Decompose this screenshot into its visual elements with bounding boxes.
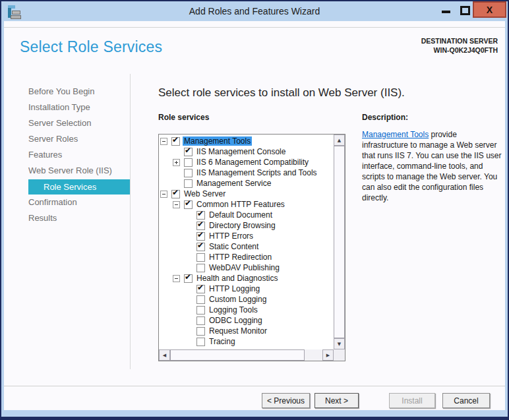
check-icon: ✔ xyxy=(197,231,204,239)
sidebar-item-role-services[interactable]: Role Services xyxy=(28,179,130,195)
tree-row-http-redirection: HTTP Redirection xyxy=(159,252,334,262)
arrow-down-icon: ▼ xyxy=(338,342,341,347)
close-button[interactable]: X xyxy=(473,1,506,18)
tree-row-iis-management-scripts-and-tools: IIS Management Scripts and Tools xyxy=(159,167,334,178)
sidebar-item-web-server-role-iis[interactable]: Web Server Role (IIS) xyxy=(28,163,130,179)
checkbox-custom-logging[interactable] xyxy=(196,295,205,304)
install-button[interactable]: Install xyxy=(389,393,435,408)
close-icon: X xyxy=(487,5,493,15)
sidebar-item-confirmation[interactable]: Confirmation xyxy=(28,195,130,210)
checkbox-http-logging[interactable]: ✔ xyxy=(196,285,205,293)
tree-label-default-document[interactable]: Default Document xyxy=(208,210,274,220)
collapse-minus-icon[interactable] xyxy=(173,201,180,208)
checkbox-odbc-logging[interactable] xyxy=(196,316,205,325)
checkbox-webdav-publishing[interactable] xyxy=(196,264,205,272)
tree-label-logging-tools[interactable]: Logging Tools xyxy=(208,305,259,315)
cancel-button[interactable]: Cancel xyxy=(442,393,490,408)
collapse-minus-icon[interactable] xyxy=(160,138,167,145)
checkbox-iis-management-scripts-and-tools[interactable] xyxy=(184,169,193,177)
tree-label-http-redirection[interactable]: HTTP Redirection xyxy=(208,253,273,262)
expander-slot xyxy=(173,201,184,208)
horizontal-scrollbar[interactable]: ◀ ▶ xyxy=(159,349,334,361)
destination-server-block: DESTINATION SERVER WIN-Q0K2J4Q0FTH xyxy=(421,36,498,55)
checkbox-directory-browsing[interactable]: ✔ xyxy=(196,222,205,230)
tree-label-management-tools[interactable]: Management Tools xyxy=(183,136,252,146)
tree-label-static-content[interactable]: Static Content xyxy=(208,242,260,251)
checkbox-management-tools[interactable]: ✔ xyxy=(171,137,180,146)
tree-label-health-and-diagnostics[interactable]: Health and Diagnostics xyxy=(195,274,279,283)
tree-label-custom-logging[interactable]: Custom Logging xyxy=(208,295,268,304)
tree-row-logging-tools: Logging Tools xyxy=(159,305,334,315)
checkbox-management-service[interactable] xyxy=(184,179,193,188)
checkbox-default-document[interactable]: ✔ xyxy=(196,211,205,220)
tree-label-web-server[interactable]: Web Server xyxy=(183,189,227,198)
checkbox-http-errors[interactable]: ✔ xyxy=(196,232,205,241)
checkbox-http-redirection[interactable] xyxy=(196,253,205,262)
tree-row-health-and-diagnostics: ✔Health and Diagnostics xyxy=(159,273,334,284)
tree-row-web-server: ✔Web Server xyxy=(159,189,334,199)
collapse-minus-icon[interactable] xyxy=(160,191,167,198)
vertical-scrollbar-thumb[interactable] xyxy=(334,146,345,338)
collapse-minus-icon[interactable] xyxy=(173,275,180,282)
sidebar-item-before-you-begin[interactable]: Before You Begin xyxy=(28,84,130,100)
tree-row-tracing: Tracing xyxy=(159,336,334,347)
tree-label-webdav-publishing[interactable]: WebDAV Publishing xyxy=(208,263,281,272)
tree-label-common-http-features[interactable]: Common HTTP Features xyxy=(195,200,286,209)
checkbox-iis-6-management-compatibility[interactable] xyxy=(184,158,193,167)
tree-label-iis-6-management-compatibility[interactable]: IIS 6 Management Compatibility xyxy=(195,158,310,167)
check-icon: ✔ xyxy=(172,136,179,144)
checkbox-request-monitor[interactable] xyxy=(196,327,205,336)
minimize-icon xyxy=(442,11,450,13)
sidebar-item-server-selection[interactable]: Server Selection xyxy=(28,115,130,131)
expander-slot xyxy=(173,159,184,166)
arrow-left-icon: ◀ xyxy=(163,353,166,358)
checkbox-static-content[interactable]: ✔ xyxy=(196,243,205,251)
description-body: provide infrastructure to manage a Web s… xyxy=(362,130,501,202)
scroll-down-button[interactable]: ▼ xyxy=(334,338,345,349)
tree-row-static-content: ✔Static Content xyxy=(159,241,334,252)
scroll-right-button[interactable]: ▶ xyxy=(322,349,334,361)
maximize-button[interactable] xyxy=(457,1,473,19)
check-icon: ✔ xyxy=(185,199,191,208)
checkbox-tracing[interactable] xyxy=(196,338,205,346)
tree-label-tracing[interactable]: Tracing xyxy=(208,337,237,346)
management-tools-link[interactable]: Management Tools xyxy=(362,130,429,139)
tree-label-iis-management-console[interactable]: IIS Management Console xyxy=(195,147,287,156)
maximize-icon xyxy=(460,6,470,15)
titlebar: Add Roles and Features Wizard X xyxy=(1,1,508,21)
tree-label-request-monitor[interactable]: Request Monitor xyxy=(208,326,268,336)
scrollbar-corner xyxy=(334,349,345,361)
horizontal-scrollbar-thumb[interactable] xyxy=(170,349,305,361)
tree-row-custom-logging: Custom Logging xyxy=(159,294,334,305)
check-icon: ✔ xyxy=(197,220,204,229)
checkbox-common-http-features[interactable]: ✔ xyxy=(184,200,193,209)
scroll-left-button[interactable]: ◀ xyxy=(159,349,170,361)
sidebar-item-installation-type[interactable]: Installation Type xyxy=(28,100,130,115)
sidebar-item-results[interactable]: Results xyxy=(28,210,130,226)
expander-slot xyxy=(173,275,184,282)
tree-label-odbc-logging[interactable]: ODBC Logging xyxy=(208,316,264,325)
description-panel: Management Tools provide infrastructure … xyxy=(362,129,502,203)
minimize-button[interactable] xyxy=(436,1,454,19)
tree-row-directory-browsing: ✔Directory Browsing xyxy=(159,220,334,231)
checkbox-health-and-diagnostics[interactable]: ✔ xyxy=(184,274,193,283)
sidebar-item-server-roles[interactable]: Server Roles xyxy=(28,131,130,147)
next-button[interactable]: Next > xyxy=(314,393,359,408)
tree-label-directory-browsing[interactable]: Directory Browsing xyxy=(208,221,277,230)
sidebar-item-features[interactable]: Features xyxy=(28,147,130,163)
previous-button[interactable]: < Previous xyxy=(262,393,310,408)
scroll-up-button[interactable]: ▲ xyxy=(334,135,345,146)
tree-label-iis-management-scripts-and-tools[interactable]: IIS Management Scripts and Tools xyxy=(195,168,318,177)
tree-label-http-errors[interactable]: HTTP Errors xyxy=(208,231,254,241)
checkbox-logging-tools[interactable] xyxy=(196,306,205,315)
vertical-scrollbar[interactable]: ▲ ▼ xyxy=(334,135,345,349)
description-text: Management Tools provide infrastructure … xyxy=(362,129,502,203)
checkbox-iis-management-console[interactable]: ✔ xyxy=(184,148,193,156)
checkbox-web-server[interactable]: ✔ xyxy=(171,190,180,198)
check-icon: ✔ xyxy=(185,273,191,282)
tree-label-http-logging[interactable]: HTTP Logging xyxy=(208,284,261,293)
tree-label-management-service[interactable]: Management Service xyxy=(195,179,272,188)
header-divider xyxy=(4,27,505,28)
arrow-up-icon: ▲ xyxy=(338,138,341,143)
expand-plus-icon[interactable] xyxy=(173,159,180,166)
